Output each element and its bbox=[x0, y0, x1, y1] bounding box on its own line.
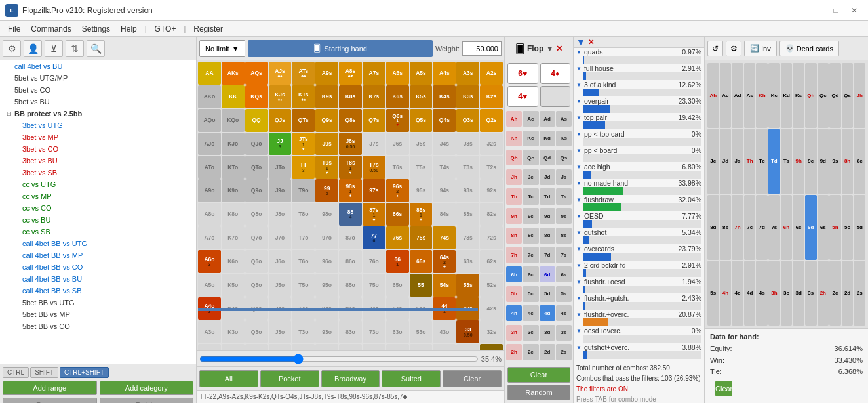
hand-cell-a6o[interactable]: A6o3 bbox=[198, 250, 221, 273]
tree-item[interactable]: cc vs BU bbox=[0, 214, 196, 226]
tree-item[interactable]: 5bet BB vs UTG bbox=[0, 297, 196, 308]
hand-cell-j8s[interactable]: J8s0.50 bbox=[339, 133, 362, 156]
bc-9d[interactable]: 9d bbox=[540, 208, 555, 224]
hand-cell-k6o[interactable]: K6o bbox=[222, 250, 245, 273]
bc-th[interactable]: Th bbox=[506, 188, 522, 204]
dc-3s[interactable]: 3s bbox=[805, 261, 817, 326]
hand-cell-j2s[interactable]: J2s bbox=[480, 133, 503, 156]
bc-2c[interactable]: 2c bbox=[523, 344, 538, 360]
tree-item[interactable]: 5bet vs UTG/MP bbox=[0, 72, 196, 84]
tree-item[interactable]: cc vs UTG bbox=[0, 179, 196, 190]
dc-qd[interactable]: Qd bbox=[829, 63, 841, 128]
board-clear-button[interactable]: Clear bbox=[507, 367, 570, 383]
dc-qh[interactable]: Qh bbox=[805, 63, 817, 128]
suited-button[interactable]: Suited bbox=[382, 370, 441, 387]
bc-8h[interactable]: 8h bbox=[506, 228, 522, 244]
tree-item[interactable]: 3bet vs BU bbox=[0, 155, 196, 167]
hand-cell-76o[interactable]: 76o bbox=[363, 250, 385, 273]
hand-cell-j7s[interactable]: J7s bbox=[363, 133, 385, 156]
hand-cell-k5o[interactable]: K5o bbox=[222, 274, 245, 297]
dead-cards-button[interactable]: 💀 Dead cards bbox=[779, 41, 839, 56]
filter-overpair[interactable]: ▼ overpair 23.30% bbox=[574, 97, 704, 105]
bc-4h[interactable]: 4h bbox=[506, 305, 522, 321]
hand-cell-77[interactable]: 776 bbox=[363, 226, 385, 249]
hand-cell-a5o[interactable]: A5o bbox=[198, 274, 221, 297]
hand-cell-73s[interactable]: 73s bbox=[456, 226, 479, 249]
dc-7c[interactable]: 7c bbox=[744, 195, 756, 260]
hand-cell-aa[interactable]: AA bbox=[198, 62, 221, 85]
filter-icon[interactable]: ⊻ bbox=[45, 40, 63, 57]
filter-3-of-a-kind[interactable]: ▼ 3 of a kind 12.62% bbox=[574, 81, 704, 89]
hand-cell-q7o[interactable]: Q7o bbox=[245, 226, 268, 249]
hand-cell-a7o[interactable]: A7o bbox=[198, 226, 221, 249]
dc-kd[interactable]: Kd bbox=[781, 63, 793, 128]
hand-cell-a2o[interactable]: A2o bbox=[198, 344, 221, 350]
menu-gto[interactable]: GTO+ bbox=[149, 23, 182, 35]
dc-6d[interactable]: 6d bbox=[805, 195, 817, 260]
inv-button[interactable]: 🔄 Inv bbox=[744, 41, 777, 56]
hand-cell-53s[interactable]: 53s bbox=[456, 274, 479, 297]
dc-5s[interactable]: 5s bbox=[707, 261, 719, 326]
hand-cell-k6s[interactable]: K6s bbox=[386, 85, 409, 108]
hand-cell-33[interactable]: 330.50 bbox=[456, 320, 479, 343]
hand-cell-93s[interactable]: 93s bbox=[456, 179, 479, 202]
bc-7d[interactable]: 7d bbox=[540, 247, 555, 263]
user-icon[interactable]: 👤 bbox=[24, 40, 42, 57]
dc-kh[interactable]: Kh bbox=[756, 63, 768, 128]
hand-cell-q2o[interactable]: Q2o bbox=[245, 344, 268, 350]
menu-register[interactable]: Register bbox=[188, 23, 228, 35]
hand-cell-63o[interactable]: 63o bbox=[386, 320, 409, 343]
hand-cell-k8o[interactable]: K8o bbox=[222, 203, 245, 226]
hand-cell-87s[interactable]: 87s1♣ bbox=[363, 203, 385, 226]
hand-cell-95o[interactable]: 95o bbox=[315, 274, 338, 297]
hand-cell-32o[interactable]: 32o bbox=[456, 344, 479, 350]
bc-7c[interactable]: 7c bbox=[523, 247, 538, 263]
bc-ts[interactable]: Ts bbox=[556, 188, 572, 204]
limit-dropdown[interactable]: No limit ▼ bbox=[199, 40, 245, 57]
tree-item[interactable]: cc vs SB bbox=[0, 226, 196, 238]
hand-cell-52o[interactable]: 52o bbox=[410, 344, 433, 350]
hand-cell-qjo[interactable]: QJo bbox=[245, 133, 268, 156]
hand-cell-96s[interactable]: 96s2♠ bbox=[386, 179, 409, 202]
board-card-2[interactable]: 4♦ bbox=[540, 63, 571, 84]
bc-4d[interactable]: 4d bbox=[540, 305, 555, 321]
hand-cell-q5o[interactable]: Q5o bbox=[245, 274, 268, 297]
dc-2c[interactable]: 2c bbox=[829, 261, 841, 326]
tree-item[interactable]: cc vs CO bbox=[0, 202, 196, 214]
bc-2d[interactable]: 2d bbox=[540, 344, 555, 360]
hand-cell-a8s[interactable]: A8s♣♥ bbox=[339, 62, 362, 85]
hand-cell-65o[interactable]: 65o bbox=[386, 274, 409, 297]
dc-9c[interactable]: 9c bbox=[805, 129, 817, 194]
hand-cell-42s[interactable]: 42s bbox=[480, 297, 503, 320]
hand-cell-87o[interactable]: 87o bbox=[339, 226, 362, 249]
hand-cell-54s[interactable]: 54s bbox=[433, 274, 456, 297]
hand-cell-76s[interactable]: 76s bbox=[386, 226, 409, 249]
filter-ace-high[interactable]: ▼ ace high 6.80% bbox=[574, 163, 704, 171]
hand-cell-k2s[interactable]: K2s bbox=[480, 85, 503, 108]
tree-item[interactable]: 5bet BB vs MP bbox=[0, 308, 196, 320]
hand-cell-k7o[interactable]: K7o bbox=[222, 226, 245, 249]
hand-cell-42o[interactable]: 42o bbox=[433, 344, 456, 350]
hand-cell-t4s[interactable]: T4s bbox=[433, 156, 456, 179]
bc-8d[interactable]: 8d bbox=[540, 228, 555, 244]
dc-6s[interactable]: 6s bbox=[818, 195, 829, 260]
bc-5c[interactable]: 5c bbox=[523, 286, 538, 302]
hand-cell-86o[interactable]: 86o bbox=[339, 250, 362, 273]
hand-cell-aqo[interactable]: AQo bbox=[198, 109, 221, 132]
bc-8s[interactable]: 8s bbox=[556, 228, 572, 244]
hand-cell-98s[interactable]: 98s1♣ bbox=[339, 179, 362, 202]
hand-cell-j2o[interactable]: J2o bbox=[269, 344, 292, 350]
bc-9s[interactable]: 9s bbox=[556, 208, 572, 224]
hand-cell-qto[interactable]: QTo bbox=[245, 156, 268, 179]
hand-cell-kts[interactable]: KTs♣♠ bbox=[292, 85, 315, 108]
hand-cell-a3s[interactable]: A3s bbox=[456, 62, 479, 85]
bc-ad[interactable]: Ad bbox=[540, 111, 555, 127]
bc-4c[interactable]: 4c bbox=[523, 305, 538, 321]
hand-cell-t5o[interactable]: T5o bbox=[292, 274, 315, 297]
pocket-button[interactable]: Pocket bbox=[260, 370, 319, 387]
bc-5d[interactable]: 5d bbox=[540, 286, 555, 302]
hand-cell-t7o[interactable]: T7o bbox=[292, 226, 315, 249]
bc-jh[interactable]: Jh bbox=[506, 169, 522, 185]
hand-cell-22[interactable]: 22 bbox=[480, 344, 503, 350]
filter-flushdr-oesd[interactable]: ▼ flushdr.+oesd 1.94% bbox=[574, 278, 704, 286]
